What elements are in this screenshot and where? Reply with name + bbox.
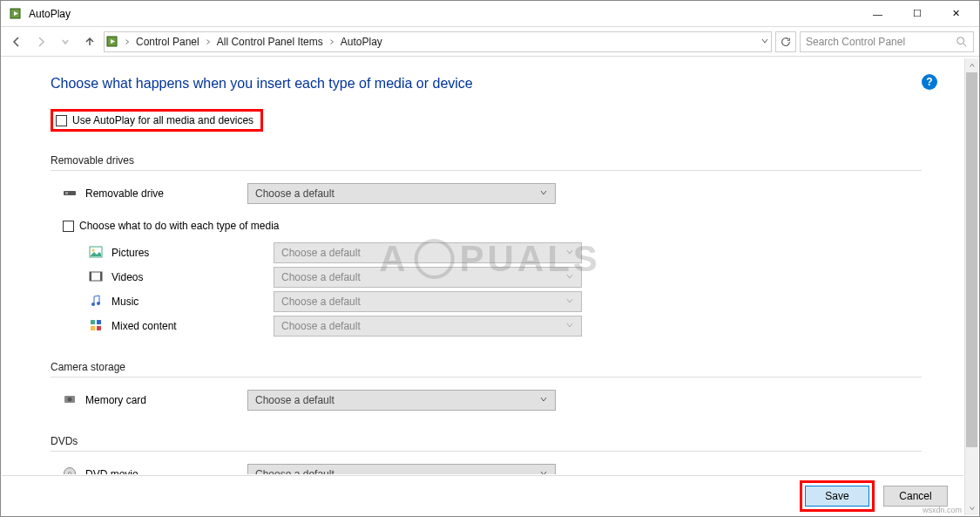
mixed-content-select[interactable]: Choose a default xyxy=(274,316,582,337)
scroll-down-button[interactable] xyxy=(965,501,978,515)
svg-rect-9 xyxy=(90,272,102,281)
choose-each-type-checkbox[interactable] xyxy=(63,221,74,232)
svg-rect-14 xyxy=(91,320,95,324)
search-placeholder: Search Control Panel xyxy=(806,36,950,48)
chevron-right-icon xyxy=(124,36,131,48)
section-header-dvds: DVDs xyxy=(51,435,963,447)
chevron-down-icon xyxy=(565,271,574,283)
up-button[interactable] xyxy=(79,31,100,52)
svg-rect-16 xyxy=(91,326,95,330)
back-button[interactable] xyxy=(6,31,27,52)
removable-drive-select[interactable]: Choose a default xyxy=(247,183,556,204)
svg-rect-10 xyxy=(90,272,91,281)
chevron-right-icon xyxy=(328,36,335,48)
dvd-movie-label: DVD movie xyxy=(85,468,247,474)
breadcrumb[interactable]: All Control Panel Items xyxy=(215,36,325,48)
vertical-scrollbar[interactable] xyxy=(964,58,978,515)
autoplay-icon xyxy=(106,35,120,49)
dvd-icon xyxy=(63,466,78,474)
memory-card-icon xyxy=(63,392,78,408)
memory-card-label: Memory card xyxy=(85,394,247,406)
svg-rect-15 xyxy=(97,320,101,324)
close-button[interactable]: ✕ xyxy=(936,1,976,27)
window-title: AutoPlay xyxy=(29,8,858,20)
scroll-up-button[interactable] xyxy=(965,58,978,72)
forward-button[interactable] xyxy=(30,31,51,52)
pictures-icon xyxy=(89,245,105,261)
bottom-bar: Save Cancel xyxy=(2,475,963,515)
search-icon xyxy=(956,36,968,48)
chevron-down-icon xyxy=(539,394,548,406)
address-bar[interactable]: Control Panel All Control Panel Items Au… xyxy=(104,31,772,52)
svg-point-19 xyxy=(68,398,72,402)
chevron-down-icon xyxy=(565,296,574,308)
cancel-button[interactable]: Cancel xyxy=(883,486,948,507)
dvd-movie-select[interactable]: Choose a default xyxy=(247,464,556,474)
use-autoplay-label: Use AutoPlay for all media and devices xyxy=(72,114,253,126)
highlight-annotation: Save xyxy=(800,480,875,512)
choose-each-type-label: Choose what to do with each type of medi… xyxy=(79,220,279,232)
save-button[interactable]: Save xyxy=(805,486,869,507)
videos-label: Videos xyxy=(112,271,274,283)
chevron-down-icon xyxy=(539,468,548,474)
title-bar: AutoPlay — ☐ ✕ xyxy=(1,1,979,27)
chevron-right-icon xyxy=(205,36,212,48)
chevron-down-icon xyxy=(565,320,574,332)
svg-point-13 xyxy=(97,302,100,305)
breadcrumb[interactable]: Control Panel xyxy=(134,36,201,48)
music-select[interactable]: Choose a default xyxy=(274,291,582,312)
nav-bar: Control Panel All Control Panel Items Au… xyxy=(1,27,979,57)
search-input[interactable]: Search Control Panel xyxy=(800,31,974,52)
refresh-button[interactable] xyxy=(775,31,796,52)
pictures-select[interactable]: Choose a default xyxy=(274,242,582,263)
svg-rect-11 xyxy=(100,272,102,281)
svg-point-8 xyxy=(92,249,95,252)
minimize-button[interactable]: — xyxy=(858,1,897,27)
svg-point-21 xyxy=(69,473,71,475)
removable-drive-label: Removable drive xyxy=(85,187,247,200)
music-icon xyxy=(89,294,105,310)
page-title: Choose what happens when you insert each… xyxy=(51,76,963,92)
section-header-camera: Camera storage xyxy=(51,361,963,373)
scrollbar-thumb[interactable] xyxy=(966,72,977,447)
address-dropdown[interactable] xyxy=(760,36,769,48)
use-autoplay-checkbox[interactable] xyxy=(56,115,67,126)
chevron-down-icon xyxy=(539,187,548,200)
recent-dropdown[interactable] xyxy=(55,31,76,52)
highlight-annotation: Use AutoPlay for all media and devices xyxy=(51,109,263,132)
chevron-down-icon xyxy=(565,247,574,259)
help-icon[interactable]: ? xyxy=(922,74,937,90)
removable-drive-icon xyxy=(63,186,78,201)
breadcrumb[interactable]: AutoPlay xyxy=(339,36,384,48)
svg-point-4 xyxy=(957,37,964,44)
section-header-removable: Removable drives xyxy=(51,154,963,167)
memory-card-select[interactable]: Choose a default xyxy=(247,390,556,411)
mixed-content-icon xyxy=(89,318,105,334)
attribution: wsxdn.com xyxy=(923,506,962,514)
mixed-content-label: Mixed content xyxy=(112,320,274,332)
videos-icon xyxy=(89,269,105,285)
pictures-label: Pictures xyxy=(112,247,274,259)
music-label: Music xyxy=(112,296,274,308)
videos-select[interactable]: Choose a default xyxy=(274,267,582,288)
svg-rect-17 xyxy=(97,326,101,330)
autoplay-icon xyxy=(10,7,24,21)
svg-rect-6 xyxy=(65,192,68,194)
maximize-button[interactable]: ☐ xyxy=(897,1,936,27)
